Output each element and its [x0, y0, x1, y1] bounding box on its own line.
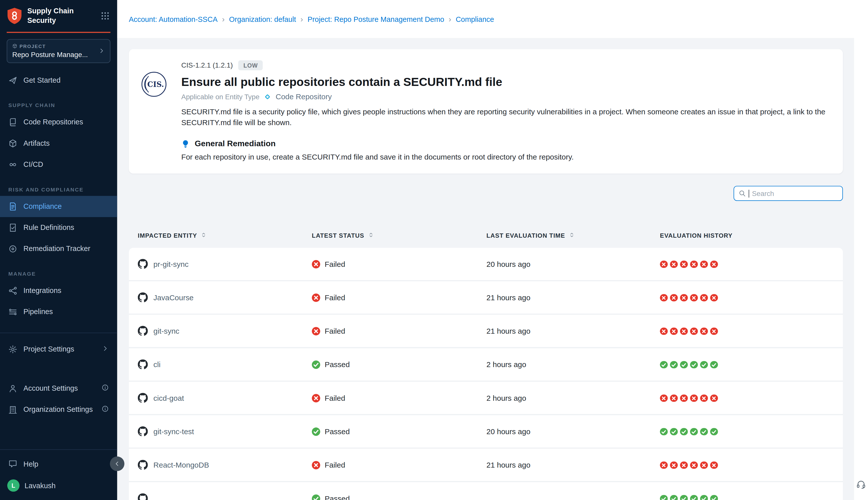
failed-icon	[690, 294, 698, 302]
entity-link[interactable]: React-MongoDB	[138, 460, 312, 470]
evaluation-history	[660, 495, 843, 500]
table-row: cli Passed 2 hours ago	[129, 349, 843, 382]
breadcrumb-link-organization-default[interactable]: Organization: default	[229, 15, 296, 23]
evaluation-time: 2 hours ago	[486, 394, 660, 402]
sidebar-item-rule-definitions[interactable]: Rule Definitions	[0, 217, 117, 238]
entity-name: JavaCourse	[153, 294, 194, 302]
code-repository-icon	[264, 93, 272, 101]
sidebar-item-pipelines[interactable]: Pipelines	[0, 301, 117, 322]
text-caret	[749, 190, 749, 197]
breadcrumb-separator-icon: ›	[222, 14, 224, 24]
entity-link[interactable]: pr-git-sync	[138, 259, 312, 269]
github-icon	[138, 259, 148, 269]
breadcrumb-link-project-repo-posture-management-demo[interactable]: Project: Repo Posture Management Demo	[308, 15, 444, 23]
repo-icon	[8, 117, 17, 127]
rule-title: Ensure all public repositories contain a…	[181, 75, 830, 89]
divider	[0, 449, 117, 450]
entity-link[interactable]: JavaCourse	[138, 293, 312, 303]
breadcrumb: Account: Automation-SSCA›Organization: d…	[129, 14, 494, 24]
doc-check-icon	[8, 223, 17, 232]
user-profile[interactable]: LLavakush	[0, 474, 117, 497]
project-name: Repo Posture Manage...	[12, 51, 88, 58]
evaluation-time: 21 hours ago	[486, 294, 660, 302]
passed-icon	[690, 428, 698, 435]
search-input[interactable]: Search	[734, 186, 843, 201]
rule-id: CIS-1.2.1 (1.2.1)	[181, 61, 233, 69]
failed-icon	[700, 327, 707, 335]
status-label: Failed	[325, 294, 345, 302]
entity-link[interactable]: cicd-goat	[138, 393, 312, 403]
column-header-last-evaluation-time[interactable]: LAST EVALUATION TIME	[486, 232, 660, 239]
sidebar-item-artifacts[interactable]: Artifacts	[0, 133, 117, 154]
entity-name: cli	[153, 360, 161, 368]
status-cell: Failed	[312, 260, 486, 268]
sidebar-item-label: Help	[23, 459, 38, 468]
sidebar-section-title-risk-and-compliance: RISK AND COMPLIANCE	[8, 186, 109, 192]
sidebar-item-project-settings[interactable]: Project Settings	[0, 339, 117, 360]
brand-accent-bar	[7, 32, 111, 33]
sidebar-item-ci-cd[interactable]: CI/CD	[0, 154, 117, 175]
table-header: IMPACTED ENTITYLATEST STATUSLAST EVALUAT…	[129, 232, 843, 239]
sidebar-item-account-settings[interactable]: Account Settings	[0, 378, 117, 399]
failed-icon	[670, 394, 678, 402]
failed-icon	[680, 294, 688, 302]
cis-logo: CIS.	[141, 71, 167, 161]
sort-icon[interactable]	[201, 232, 207, 239]
evaluation-history	[660, 461, 843, 469]
entity-name: pr-git-sync	[153, 260, 189, 268]
sidebar-item-integrations[interactable]: Integrations	[0, 280, 117, 301]
pipeline-icon	[8, 307, 17, 316]
sidebar-nav: Get StartedSUPPLY CHAINCode Repositories…	[0, 63, 117, 500]
column-header-evaluation-history: EVALUATION HISTORY	[660, 232, 843, 239]
passed-icon	[680, 428, 688, 435]
entity-link[interactable]: git-sync	[138, 326, 312, 336]
passed-icon	[710, 428, 718, 435]
module-switcher-icon[interactable]	[101, 12, 109, 20]
project-selector[interactable]: PROJECT Repo Posture Manage...	[7, 39, 111, 63]
failed-icon	[710, 294, 718, 302]
status-cell: Passed	[312, 428, 486, 436]
failed-icon	[680, 394, 688, 402]
info-icon[interactable]	[102, 405, 109, 414]
passed-icon	[312, 360, 320, 368]
column-label: LAST EVALUATION TIME	[486, 232, 565, 239]
failed-icon	[312, 327, 320, 335]
sidebar-item-help[interactable]: Help	[0, 453, 117, 474]
info-icon[interactable]	[102, 384, 109, 393]
sidebar-item-label: Pipelines	[23, 308, 53, 316]
failed-icon	[660, 461, 668, 469]
breadcrumb-link-compliance[interactable]: Compliance	[456, 15, 494, 23]
evaluation-time: 21 hours ago	[486, 461, 660, 469]
sort-icon[interactable]	[368, 232, 374, 239]
breadcrumb-link-account-automation-ssca[interactable]: Account: Automation-SSCA	[129, 15, 218, 23]
status-label: Passed	[325, 428, 350, 436]
sidebar-item-compliance[interactable]: Compliance	[0, 196, 117, 217]
support-icon[interactable]	[856, 479, 866, 489]
column-header-latest-status[interactable]: LATEST STATUS	[312, 232, 486, 239]
project-label: PROJECT	[12, 44, 88, 49]
evaluation-history	[660, 327, 843, 335]
breadcrumb-separator-icon: ›	[449, 14, 451, 24]
entity-type: Code Repository	[276, 93, 332, 101]
sidebar-item-remediation-tracker[interactable]: Remediation Tracker	[0, 238, 117, 259]
scrollbar-gutter[interactable]	[854, 0, 868, 500]
column-header-impacted-entity[interactable]: IMPACTED ENTITY	[138, 232, 312, 239]
entity-link[interactable]	[138, 493, 312, 500]
sidebar-collapse-handle[interactable]	[110, 456, 125, 471]
status-cell: Failed	[312, 461, 486, 469]
passed-icon	[700, 428, 707, 435]
failed-icon	[680, 327, 688, 335]
failed-icon	[660, 260, 668, 268]
failed-icon	[312, 461, 320, 469]
search-icon	[739, 190, 746, 197]
sidebar-item-code-repositories[interactable]: Code Repositories	[0, 112, 117, 133]
sidebar-section-title-manage: MANAGE	[8, 271, 109, 277]
entity-link[interactable]: cli	[138, 360, 312, 370]
failed-icon	[670, 461, 678, 469]
sidebar-item-get-started[interactable]: Get Started	[0, 70, 117, 91]
passed-icon	[690, 361, 698, 368]
sort-icon[interactable]	[569, 232, 575, 239]
passed-icon	[670, 361, 678, 368]
sidebar-item-organization-settings[interactable]: Organization Settings	[0, 399, 117, 420]
entity-link[interactable]: git-sync-test	[138, 427, 312, 437]
